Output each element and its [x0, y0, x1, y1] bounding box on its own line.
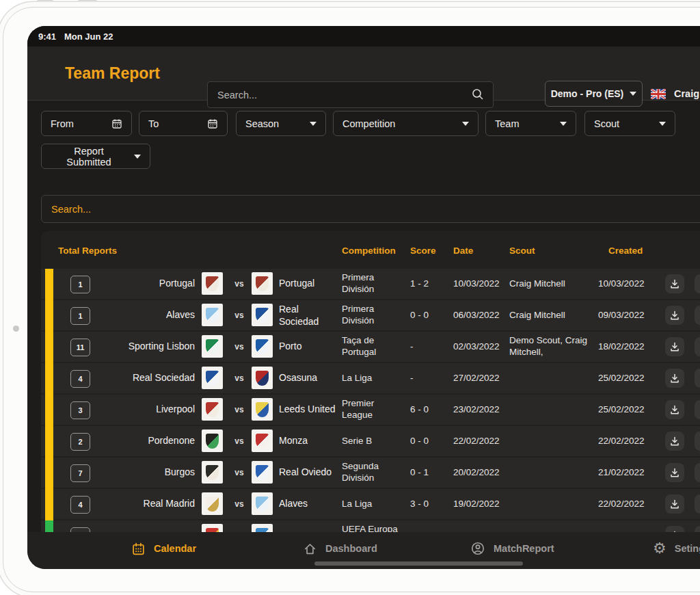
home-team-crest	[206, 308, 219, 323]
report-count: 1	[78, 280, 82, 289]
nav-item-matchreport[interactable]: MatchReport	[470, 532, 554, 565]
filter-competition[interactable]: Competition	[333, 111, 479, 136]
report-status-accent	[45, 363, 53, 395]
download-button[interactable]	[665, 494, 684, 514]
table-row[interactable]: 11 Sporting Lisbon vs Porto Taça de Port…	[41, 332, 700, 362]
report-count-badge: 4	[70, 370, 90, 388]
report-count-badge: 1	[70, 276, 90, 293]
row-competition: Serie B	[342, 436, 405, 447]
download-button[interactable]	[665, 369, 684, 388]
download-button[interactable]	[665, 337, 684, 356]
away-team-name: Alaves	[279, 498, 339, 510]
table-row[interactable]: 3 Liverpool vs Leeds United Premier Leag…	[41, 395, 700, 425]
table-row[interactable]: 1 Alaves vs Real Sociedad Primera Divisi…	[41, 300, 700, 330]
row-action-button[interactable]	[695, 400, 700, 419]
download-icon	[669, 373, 680, 384]
filter-scout-label: Scout	[594, 118, 619, 129]
page: 9:41 Mon Jun 22 Team Report Demo - Pro (…	[0, 0, 700, 595]
row-action-button[interactable]	[695, 463, 700, 482]
download-icon	[669, 310, 680, 321]
report-status-accent	[45, 395, 53, 426]
away-team-crest	[256, 402, 269, 417]
table-row[interactable]: 4 Real Sociedad vs Osasuna La Liga - 27/…	[41, 363, 700, 393]
vs-label: vs	[231, 499, 247, 510]
filter-team[interactable]: Team	[485, 111, 576, 136]
report-count: 4	[78, 375, 82, 383]
download-icon	[669, 436, 680, 447]
table-row[interactable]: 2 Pordenone vs Monza Serie B 0 - 0 22/02…	[41, 426, 700, 456]
filter-from-date[interactable]: From	[41, 111, 132, 136]
download-button[interactable]	[665, 306, 684, 325]
table-row[interactable]: 7 Burgos vs Real Oviedo Segunda División…	[41, 458, 700, 488]
row-date: 20/02/2022	[453, 467, 511, 479]
row-action-button[interactable]	[695, 306, 700, 325]
filter-to-date[interactable]: To	[139, 111, 228, 136]
home-team-logo	[202, 461, 223, 484]
home-icon	[303, 542, 317, 556]
row-action-button[interactable]	[695, 369, 700, 388]
download-icon	[669, 499, 680, 510]
home-team-name: Liverpool	[92, 404, 195, 416]
home-team-logo	[202, 398, 223, 421]
user-name[interactable]: Craig Mitchell	[674, 88, 700, 99]
report-status-accent	[45, 332, 53, 363]
table-search-input[interactable]	[42, 196, 700, 222]
row-action-button[interactable]	[695, 432, 700, 451]
row-action-button[interactable]	[695, 494, 700, 514]
download-icon	[669, 467, 680, 478]
download-button[interactable]	[665, 432, 684, 451]
row-date: 19/02/2022	[453, 499, 511, 510]
nav-item-calendar[interactable]: Calendar	[131, 532, 196, 565]
row-score: 1 - 2	[410, 278, 444, 290]
nav-item-dashboard[interactable]: Dashboard	[303, 532, 377, 565]
row-action-button[interactable]	[695, 274, 700, 293]
bottom-nav: Calendar Dashboard MatchReport ⚙ Se	[27, 532, 700, 569]
chevron-down-icon	[630, 92, 636, 96]
filter-scout[interactable]: Scout	[584, 111, 675, 136]
nav-label-dashboard: Dashboard	[325, 543, 377, 554]
row-competition: Primera División	[342, 272, 405, 295]
download-button[interactable]	[665, 463, 684, 482]
download-icon	[669, 404, 680, 415]
row-created: 25/02/2022	[598, 373, 653, 384]
uk-flag-icon[interactable]	[651, 89, 666, 99]
filter-report-submitted[interactable]: Report Submitted	[41, 144, 150, 169]
download-button[interactable]	[665, 274, 684, 293]
row-date: 06/03/2022	[453, 310, 511, 321]
home-team-crest	[206, 465, 219, 480]
vs-label: vs	[231, 310, 247, 321]
search-icon[interactable]	[471, 88, 485, 104]
home-team-name: Burgos	[92, 466, 195, 479]
report-count-badge: 2	[70, 433, 90, 451]
report-status-accent	[45, 300, 53, 332]
table-row[interactable]: 1 Portugal vs Portugal Primera División …	[41, 269, 700, 299]
home-team-logo	[202, 335, 223, 358]
chevron-down-icon	[560, 122, 567, 126]
download-button[interactable]	[665, 400, 684, 419]
row-date: 02/03/2022	[453, 341, 511, 353]
vs-label: vs	[231, 436, 247, 447]
table-row[interactable]: 4 Real Madrid vs Alaves La Liga 3 - 0 19…	[41, 489, 700, 519]
download-icon	[669, 278, 680, 289]
report-status-accent	[45, 426, 53, 458]
row-action-button[interactable]	[695, 337, 700, 356]
filter-season[interactable]: Season	[236, 111, 326, 136]
plan-selector-button[interactable]: Demo - Pro (ES)	[545, 81, 643, 107]
download-icon	[669, 341, 680, 352]
row-competition: La Liga	[342, 499, 405, 510]
vs-label: vs	[231, 468, 247, 478]
away-team-crest	[256, 371, 269, 386]
global-search-input[interactable]	[208, 82, 493, 107]
nav-item-settings[interactable]: ⚙ Setings	[653, 532, 700, 565]
home-team-name: Pordenone	[92, 435, 195, 447]
away-team-logo	[252, 272, 273, 295]
chevron-down-icon	[659, 122, 666, 126]
row-competition: Primera División	[342, 304, 405, 327]
home-indicator[interactable]	[314, 561, 523, 566]
away-team-crest	[256, 308, 269, 323]
global-search	[207, 81, 494, 108]
calendar-icon	[207, 118, 218, 129]
row-created: 18/02/2022	[598, 341, 653, 353]
report-count-badge: 3	[70, 401, 90, 419]
col-total-reports: Total Reports	[58, 246, 117, 256]
